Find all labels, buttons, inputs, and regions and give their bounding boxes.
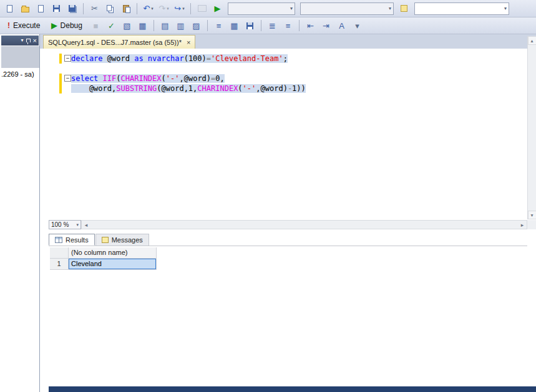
new-query-button[interactable] [2, 2, 17, 16]
include-actual-plan-button[interactable]: ▥ [173, 19, 188, 32]
display-estimated-plan-button[interactable]: ▧ [120, 19, 134, 32]
scroll-right-icon[interactable]: ▸ [518, 222, 527, 228]
toolbar-options-button[interactable]: ▾ [350, 19, 364, 32]
print-button[interactable] [195, 2, 209, 16]
client-statistics-icon: ▨ [192, 21, 200, 31]
document-tab[interactable]: SQLQuery1.sql - DES...J7.master (sa (55)… [43, 35, 195, 49]
toolbar-separator [137, 3, 137, 14]
results-to-text-icon: ≡ [217, 21, 222, 31]
result-cell[interactable]: Cleveland [69, 259, 157, 270]
scrollbar-corner [527, 220, 536, 229]
code-text: @word,SUBSTRING(@word,1,CHARINDEX('-',@w… [71, 84, 306, 93]
comment-lines-icon: ≣ [269, 21, 276, 31]
redo-icon: ↷ [158, 4, 165, 13]
query-designer-button[interactable]: ▦ [135, 19, 150, 32]
results-tab-label: Results [66, 236, 89, 244]
scroll-left-icon[interactable]: ◂ [82, 222, 90, 228]
tab-results[interactable]: Results [49, 234, 95, 246]
sqlcmd-icon: A [339, 21, 344, 31]
auto-hide-pin-icon[interactable] [26, 39, 31, 42]
results-to-grid-button[interactable]: ▦ [227, 19, 241, 32]
decrease-indent-button[interactable]: ⇤ [303, 19, 318, 32]
results-to-text-button[interactable]: ≡ [212, 19, 226, 32]
tab-title: SQLQuery1.sql - DES...J7.master (sa (55)… [48, 39, 182, 46]
results-pane: Results Messages (No column name)1Clevel… [49, 233, 527, 385]
grid-header-row: (No column name) [50, 247, 157, 259]
server-node-label[interactable]: .2269 - sa) [1, 70, 34, 78]
sqlcmd-mode-button[interactable]: A [334, 19, 349, 32]
actual-plan-icon: ▥ [177, 21, 184, 31]
increase-indent-button[interactable]: ⇥ [319, 19, 333, 32]
undo-button[interactable]: ↶▾ [141, 2, 155, 16]
collapse-outline-icon[interactable]: − [64, 75, 71, 82]
stop-button[interactable]: ■ [89, 19, 103, 32]
start-button[interactable]: ▶ [210, 2, 225, 16]
add-file-button[interactable] [34, 2, 48, 16]
messages-tab-label: Messages [112, 236, 143, 244]
collapse-outline-icon[interactable]: − [64, 55, 71, 62]
find-combo[interactable]: ▾ [414, 2, 509, 15]
ssms-window: ✂↶▾↷▾↪▾▶▾▾▾ !Execute▶Debug■✓▧▦▤▥▨≡▦≣≡⇤⇥A… [0, 0, 536, 392]
navigate-button[interactable]: ↪▾ [172, 2, 187, 16]
debug-button-label: Debug [61, 21, 82, 30]
open-folder-icon [21, 7, 29, 12]
toolbar-combo-2[interactable]: ▾ [300, 2, 394, 15]
indent-icon: ⇥ [323, 21, 329, 31]
scroll-down-icon[interactable]: ▾ [528, 211, 536, 219]
uncomment-button[interactable]: ≡ [281, 19, 295, 32]
add-file-icon [38, 5, 44, 12]
close-icon[interactable]: × [187, 39, 190, 46]
object-explorer-toolbar-area [1, 46, 39, 68]
copy-button[interactable] [103, 2, 117, 16]
window-position-menu-icon[interactable]: ▾ [21, 38, 24, 43]
toolbar-combo-1[interactable]: ▾ [228, 2, 295, 15]
overflow-chevron-icon: ▾ [355, 21, 359, 31]
save-button[interactable] [49, 2, 64, 16]
comment-button[interactable]: ≣ [265, 19, 280, 32]
column-header[interactable]: (No column name) [69, 247, 157, 259]
results-tab-bar: Results Messages [49, 233, 527, 246]
save-all-button[interactable] [65, 2, 79, 16]
toolbar-separator [207, 20, 208, 31]
toolbar-separator [190, 3, 191, 14]
results-to-file-button[interactable] [243, 19, 257, 32]
scissors-icon: ✂ [91, 4, 98, 13]
include-client-statistics-button[interactable]: ▨ [189, 19, 203, 32]
execute-button[interactable]: !Execute [2, 19, 45, 32]
parse-check-icon: ✓ [108, 21, 115, 31]
chevron-down-icon: ▾ [151, 6, 153, 11]
note-icon [401, 5, 407, 12]
parse-button[interactable]: ✓ [104, 19, 119, 32]
specify-template-values-button[interactable]: ▤ [158, 19, 172, 32]
redo-button[interactable]: ↷▾ [157, 2, 171, 16]
new-query-icon [7, 5, 12, 12]
status-bar [49, 386, 536, 392]
chevron-down-icon: ▾ [389, 6, 391, 11]
picture-icon [198, 5, 207, 12]
toolbar-separator [83, 3, 84, 14]
grid-corner-cell[interactable] [50, 247, 69, 259]
standard-toolbar: ✂↶▾↷▾↪▾▶▾▾▾ [0, 0, 536, 17]
table-row: 1Cleveland [50, 259, 157, 270]
code-area[interactable]: −declare @word as nvarchar(100)='Clevela… [40, 49, 527, 219]
cut-button[interactable]: ✂ [87, 2, 102, 16]
code-text: declare @word as nvarchar(100)='Clevelan… [71, 54, 288, 63]
estimated-plan-icon: ▧ [123, 21, 130, 31]
code-line: −select IIF(CHARINDEX('-',@word)=0, [40, 74, 527, 84]
close-icon[interactable]: × [33, 37, 37, 44]
zoom-selector[interactable]: 100 % ▾ [49, 220, 81, 229]
paste-button[interactable] [119, 2, 133, 16]
tab-messages[interactable]: Messages [95, 234, 149, 246]
execute-button-label: Execute [13, 21, 40, 30]
undo-icon: ↶ [143, 4, 150, 13]
open-file-button[interactable] [18, 2, 32, 16]
horizontal-scrollbar[interactable]: ◂ ▸ [81, 220, 527, 229]
vertical-scrollbar[interactable]: ▴ ▾ [527, 36, 536, 219]
scroll-up-icon[interactable]: ▴ [528, 36, 536, 45]
navigate-icon: ↪ [174, 4, 181, 13]
copy-icon [107, 5, 112, 11]
debug-button[interactable]: ▶Debug [46, 19, 87, 32]
row-number-cell[interactable]: 1 [50, 259, 69, 270]
outdent-icon: ⇤ [307, 21, 314, 31]
template-explorer-button[interactable] [397, 2, 411, 16]
